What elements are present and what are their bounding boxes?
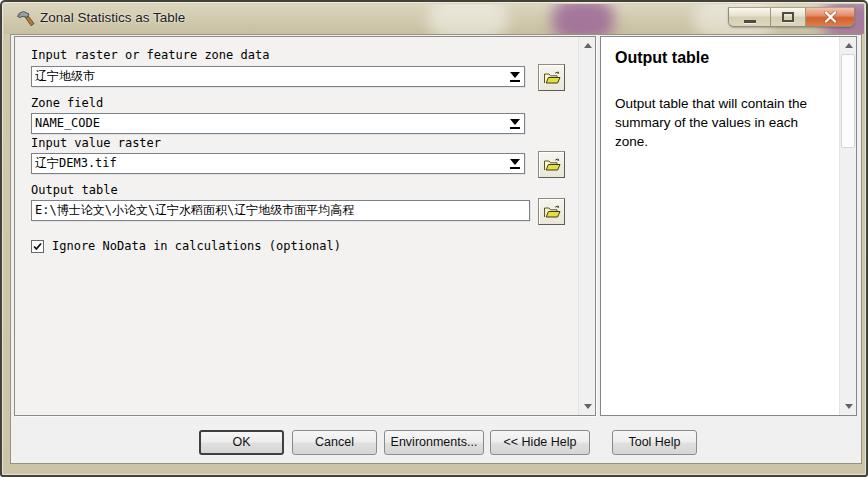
zone-field-combobox[interactable]: NAME_CODE	[31, 113, 525, 134]
input-value-raster-combobox[interactable]: 辽宁DEM3.tif	[31, 153, 525, 174]
arrow-up-icon	[584, 43, 592, 48]
input-zone-data-label: Input raster or feature zone data	[31, 48, 269, 62]
close-icon	[824, 11, 837, 23]
hide-help-button[interactable]: << Hide Help	[490, 430, 590, 455]
help-panel: Output table Output table that will cont…	[600, 36, 857, 416]
parameters-scrollbar[interactable]	[578, 37, 595, 415]
minimize-icon	[744, 20, 756, 23]
maximize-button[interactable]	[771, 8, 806, 26]
ignore-nodata-label: Ignore NoData in calculations (optional)	[52, 239, 341, 253]
dropdown-underline	[510, 167, 520, 169]
window-controls	[728, 7, 855, 27]
parameters-panel: Input raster or feature zone data 辽宁地级市 …	[14, 36, 596, 416]
open-folder-icon	[543, 204, 561, 219]
help-heading: Output table	[615, 49, 709, 67]
open-folder-icon	[543, 70, 561, 85]
arrow-up-icon	[845, 43, 853, 48]
output-table-browse-button[interactable]	[538, 198, 565, 225]
help-body-text: Output table that will contain the summa…	[615, 94, 831, 151]
input-zone-data-dropdown-arrow[interactable]	[506, 68, 523, 85]
chevron-down-icon	[510, 72, 520, 78]
output-table-input[interactable]: E:\博士论文\小论文\辽宁水稻面积\辽宁地级市面平均高程	[31, 200, 530, 221]
open-folder-icon	[543, 157, 561, 172]
input-zone-data-combobox[interactable]: 辽宁地级市	[31, 66, 525, 87]
input-value-raster-value: 辽宁DEM3.tif	[35, 154, 504, 173]
output-table-label: Output table	[31, 183, 118, 197]
environments-button[interactable]: Environments...	[384, 430, 484, 455]
output-table-value: E:\博士论文\小论文\辽宁水稻面积\辽宁地级市面平均高程	[35, 201, 526, 220]
checkmark-icon	[32, 241, 43, 252]
ok-button[interactable]: OK	[199, 430, 284, 455]
close-button[interactable]	[806, 8, 854, 26]
maximize-icon	[782, 12, 794, 22]
chevron-down-icon	[510, 159, 520, 165]
help-scrollbar[interactable]	[839, 37, 856, 415]
input-zone-data-value: 辽宁地级市	[35, 67, 504, 86]
input-value-raster-browse-button[interactable]	[538, 151, 565, 178]
titlebar[interactable]: Zonal Statistics as Table	[4, 4, 864, 34]
input-zone-data-browse-button[interactable]	[538, 64, 565, 91]
arrow-down-icon	[584, 404, 592, 409]
dropdown-underline	[510, 80, 520, 82]
scroll-up-button[interactable]	[579, 37, 596, 54]
input-value-raster-label: Input value raster	[31, 136, 161, 150]
window-title: Zonal Statistics as Table	[40, 10, 185, 25]
scroll-down-button[interactable]	[579, 398, 596, 415]
scroll-up-button[interactable]	[840, 37, 857, 54]
dialog-window: Zonal Statistics as Table Input raster o…	[0, 0, 868, 477]
cancel-button[interactable]: Cancel	[292, 430, 377, 455]
zone-field-label: Zone field	[31, 96, 103, 110]
ignore-nodata-checkbox[interactable]	[31, 240, 44, 253]
tool-help-button[interactable]: Tool Help	[612, 430, 697, 455]
minimize-button[interactable]	[729, 8, 771, 26]
zone-field-dropdown-arrow[interactable]	[506, 115, 523, 132]
arrow-down-icon	[845, 404, 853, 409]
scroll-down-button[interactable]	[840, 398, 857, 415]
dialog-client-area: Input raster or feature zone data 辽宁地级市 …	[10, 34, 862, 464]
hammer-tool-icon	[15, 10, 35, 28]
scrollbar-thumb[interactable]	[841, 54, 855, 148]
dropdown-underline	[510, 127, 520, 129]
chevron-down-icon	[510, 119, 520, 125]
zone-field-value: NAME_CODE	[35, 114, 504, 133]
input-value-raster-dropdown-arrow[interactable]	[506, 155, 523, 172]
